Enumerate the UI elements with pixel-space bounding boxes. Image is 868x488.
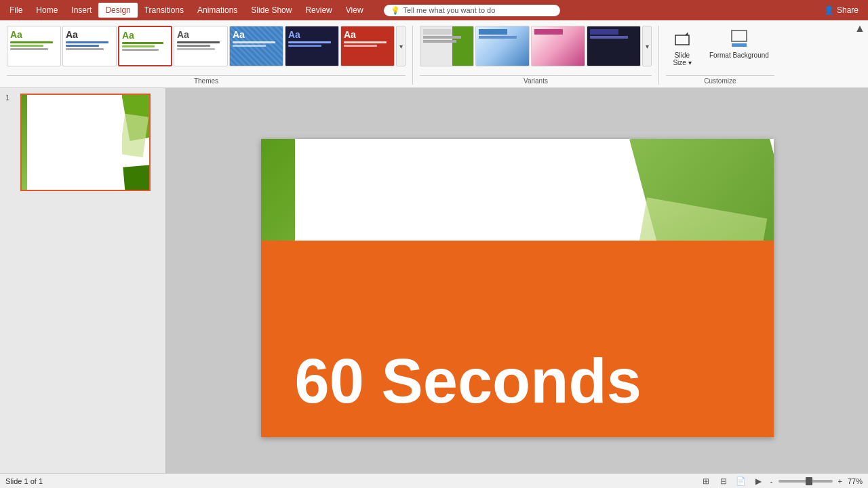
- themes-label: Themes: [7, 75, 406, 87]
- variant-3[interactable]: [531, 26, 585, 66]
- theme-item-6[interactable]: Aa: [285, 26, 339, 66]
- menu-file[interactable]: File: [3, 3, 29, 18]
- themes-dropdown[interactable]: ▾: [396, 26, 406, 66]
- slide-size-icon: [671, 28, 693, 50]
- slide-canvas[interactable]: Click to add title subtitle 60 Seconds: [261, 139, 774, 437]
- slide-thumb-container: 1: [5, 94, 160, 191]
- theme-item-3[interactable]: Aa: [118, 26, 172, 66]
- slide-panel: 1: [0, 88, 166, 488]
- format-bg-label: Format Background: [709, 52, 769, 59]
- divider-1: [412, 26, 413, 85]
- zoom-slider-thumb: [806, 477, 812, 485]
- slide-canvas-area: Click to add title subtitle 60 Seconds: [166, 88, 868, 488]
- divider-2: [658, 26, 659, 85]
- thumb-bg-right: [122, 95, 149, 190]
- menu-bar: File Home Insert Design Transitions Anim…: [0, 0, 868, 20]
- theme-item-4[interactable]: Aa: [174, 26, 228, 66]
- search-icon: 💡: [391, 6, 400, 15]
- variant-2[interactable]: [475, 26, 530, 66]
- share-button[interactable]: 👤 Share: [817, 3, 865, 17]
- variants-label: Variants: [420, 75, 652, 87]
- share-label: Share: [837, 5, 859, 15]
- zoom-slider[interactable]: [778, 480, 833, 483]
- ribbon-collapse-button[interactable]: ▲: [854, 23, 865, 34]
- svg-rect-0: [675, 35, 689, 45]
- theme-aa-5: Aa: [233, 29, 280, 40]
- svg-rect-2: [732, 30, 747, 41]
- theme-item-1[interactable]: Aa: [7, 26, 61, 66]
- variants-dropdown[interactable]: ▾: [642, 26, 652, 66]
- zoom-level[interactable]: 77%: [848, 477, 863, 485]
- reading-view-icon[interactable]: 📄: [735, 475, 747, 487]
- themes-group: Aa Aa Aa: [3, 23, 410, 87]
- slide-thumbnail[interactable]: [20, 94, 151, 191]
- slide-size-button[interactable]: SlideSize ▾: [666, 26, 698, 69]
- search-bar[interactable]: 💡 Tell me what you want to do: [384, 5, 560, 16]
- theme-aa-6: Aa: [288, 29, 336, 40]
- status-bar: Slide 1 of 1 ⊞ ⊟ 📄 ▶ - + 77%: [0, 473, 868, 488]
- thumb-shape-3: [123, 165, 149, 190]
- customize-group: SlideSize ▾ Format Background Customize: [662, 23, 778, 87]
- slide-sorter-icon[interactable]: ⊟: [717, 475, 730, 487]
- customize-label: Customize: [666, 75, 774, 87]
- variant-1[interactable]: [420, 26, 474, 66]
- theme-aa-3: Aa: [122, 30, 168, 41]
- menu-home[interactable]: Home: [29, 3, 64, 18]
- menu-review[interactable]: Review: [298, 3, 338, 18]
- theme-aa-7: Aa: [344, 29, 391, 40]
- zoom-plus[interactable]: +: [838, 477, 842, 485]
- normal-view-icon[interactable]: ⊞: [700, 475, 712, 487]
- theme-aa-4: Aa: [177, 29, 224, 40]
- status-bar-right: ⊞ ⊟ 📄 ▶ - + 77%: [700, 475, 863, 487]
- share-icon: 👤: [824, 5, 834, 15]
- svg-rect-3: [732, 43, 747, 47]
- slide-info: Slide 1 of 1: [5, 477, 43, 485]
- menu-transitions[interactable]: Transitions: [138, 3, 191, 18]
- search-text: Tell me what you want to do: [403, 6, 496, 14]
- menu-view[interactable]: View: [339, 3, 370, 18]
- thumb-shape-2: [122, 114, 149, 157]
- overlay-text: 60 Seconds: [295, 346, 642, 417]
- menu-slideshow[interactable]: Slide Show: [244, 3, 298, 18]
- variant-4[interactable]: [587, 26, 641, 66]
- slide-number: 1: [5, 94, 16, 102]
- main-area: 1 Cli: [0, 88, 868, 488]
- menu-insert[interactable]: Insert: [64, 3, 98, 18]
- overlay-panel: 60 Seconds: [261, 241, 774, 437]
- theme-item-7[interactable]: Aa: [340, 26, 395, 66]
- theme-item-5[interactable]: Aa: [229, 26, 283, 66]
- theme-aa-1: Aa: [10, 29, 58, 40]
- theme-aa-2: Aa: [66, 29, 113, 40]
- menu-animations[interactable]: Animations: [191, 3, 244, 18]
- slide-size-label: SlideSize ▾: [673, 52, 691, 66]
- menu-design[interactable]: Design: [98, 3, 137, 18]
- format-bg-icon: [728, 28, 750, 50]
- format-background-button[interactable]: Format Background: [704, 26, 774, 62]
- zoom-minus[interactable]: -: [770, 477, 773, 485]
- thumb-bg-left: [22, 95, 27, 190]
- theme-item-2[interactable]: Aa: [62, 26, 117, 66]
- ribbon: Aa Aa Aa: [0, 20, 868, 88]
- slideshow-icon[interactable]: ▶: [753, 475, 765, 487]
- variants-group: ▾ Variants: [416, 23, 656, 87]
